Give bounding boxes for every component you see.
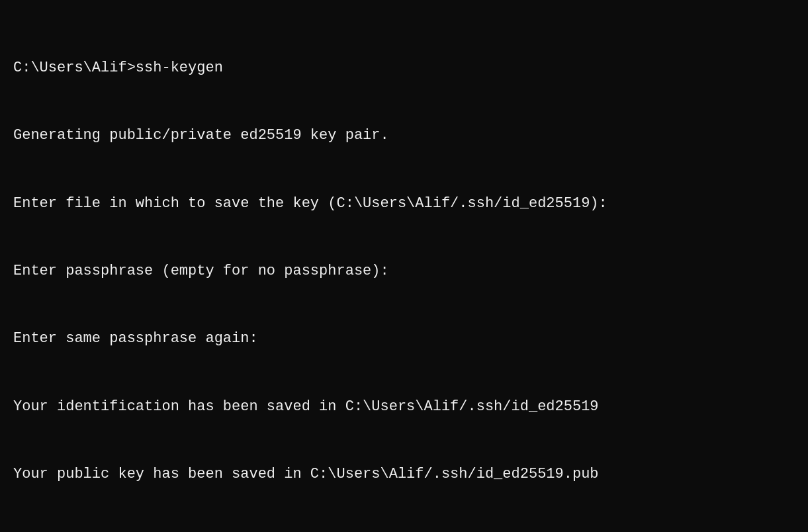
terminal-line-1: C:\Users\Alif>ssh-keygen <box>13 57 795 79</box>
terminal-line-7: Your public key has been saved in C:\Use… <box>13 463 795 486</box>
terminal-line-6: Your identification has been saved in C:… <box>13 396 795 418</box>
terminal-line-2: Generating public/private ed25519 key pa… <box>13 124 795 147</box>
terminal-line-4: Enter passphrase (empty for no passphras… <box>13 260 795 283</box>
terminal-window[interactable]: C:\Users\Alif>ssh-keygen Generating publ… <box>0 0 808 532</box>
terminal-line-3: Enter file in which to save the key (C:\… <box>13 193 795 215</box>
terminal-line-5: Enter same passphrase again: <box>13 328 795 350</box>
